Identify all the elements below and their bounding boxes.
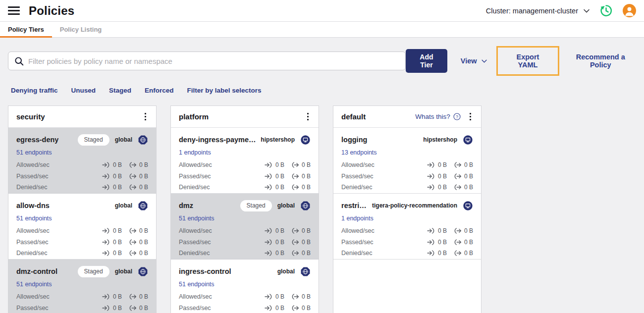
metric-inbound-value: 0 B xyxy=(102,173,122,180)
policy-card-header: deny-ingress-paymentservi...hipstershop xyxy=(179,133,311,147)
chevron-down-icon xyxy=(482,59,487,63)
metric-outbound-text: 0 B xyxy=(139,250,148,257)
outbound-traffic-icon xyxy=(128,250,137,256)
export-yaml-button[interactable]: Export YAML xyxy=(506,53,550,69)
endpoints-link[interactable]: 13 endpoints xyxy=(341,149,377,156)
kebab-menu-icon[interactable] xyxy=(143,112,148,121)
endpoints-link[interactable]: 51 endpoints xyxy=(16,281,52,288)
policy-card[interactable]: allow-dnsglobal51 endpointsAllowed/sec0 … xyxy=(8,194,156,260)
tier-name: platform xyxy=(179,112,209,121)
policy-card[interactable]: dmzStagedglobal51 endpointsAllowed/sec0 … xyxy=(171,194,319,260)
recommend-policy-button[interactable]: Recommend a Policy xyxy=(565,53,636,69)
outbound-traffic-icon xyxy=(291,305,299,311)
metric-row: Allowed/sec0 B0 B xyxy=(179,225,311,237)
metric-outbound-text: 0 B xyxy=(139,293,148,300)
policy-card[interactable]: ingress-controlglobal51 endpointsAllowed… xyxy=(171,260,319,313)
metric-inbound-text: 0 B xyxy=(275,293,284,300)
metric-row: Allowed/sec0 B0 B xyxy=(179,291,311,303)
metric-values: 0 B0 B xyxy=(265,161,311,168)
inbound-traffic-icon xyxy=(102,162,110,168)
policy-search[interactable] xyxy=(8,52,406,70)
metric-label: Allowed/sec xyxy=(341,227,375,234)
chevron-down-icon xyxy=(584,9,590,13)
policy-card[interactable]: deny-ingress-paymentservi...hipstershop1… xyxy=(171,128,319,194)
whats-this-label: Whats this? xyxy=(415,113,450,120)
endpoints-link[interactable]: 51 endpoints xyxy=(179,281,215,288)
metric-label: Allowed/sec xyxy=(179,161,212,168)
tier-column-platform: platformdeny-ingress-paymentservi...hips… xyxy=(170,105,319,313)
filter-link-unused[interactable]: Unused xyxy=(71,87,96,94)
metric-values: 0 B0 B xyxy=(427,250,473,257)
metric-inbound-text: 0 B xyxy=(275,305,284,312)
kebab-menu-icon[interactable] xyxy=(468,112,473,121)
metric-outbound-value: 0 B xyxy=(128,161,148,168)
policy-card[interactable]: dmz-controlStagedglobal51 endpointsAllow… xyxy=(8,260,156,313)
policy-scope-label: tigera-policy-recommendation xyxy=(372,202,457,209)
endpoints-link[interactable]: 51 endpoints xyxy=(179,215,215,222)
metric-values: 0 B0 B xyxy=(265,227,311,234)
metric-inbound-text: 0 B xyxy=(113,173,122,180)
history-icon[interactable] xyxy=(599,4,613,17)
policy-meta: hipstershop xyxy=(261,135,311,145)
metric-row: Passed/sec0 B0 B xyxy=(16,303,148,313)
endpoints-link[interactable]: 1 endpoints xyxy=(179,149,211,156)
whats-this-link[interactable]: Whats this?? xyxy=(415,113,461,120)
app-root: Policies Cluster: management-cluster xyxy=(0,0,644,313)
metric-values: 0 B0 B xyxy=(102,184,148,191)
add-tier-button[interactable]: Add Tier xyxy=(406,49,447,73)
metric-outbound-text: 0 B xyxy=(302,173,311,180)
endpoints-link[interactable]: 1 endpoints xyxy=(341,215,374,222)
metric-values: 0 B0 B xyxy=(102,239,148,246)
policy-card[interactable]: logginghipstershop13 endpointsAllowed/se… xyxy=(333,128,481,194)
metric-values: 0 B0 B xyxy=(427,161,473,168)
hamburger-menu-icon[interactable] xyxy=(8,6,20,15)
user-avatar-icon[interactable] xyxy=(623,4,636,17)
metric-outbound-value: 0 B xyxy=(453,184,473,191)
metric-outbound-text: 0 B xyxy=(302,227,311,234)
metric-row: Denied/sec0 B0 B xyxy=(341,182,473,193)
filter-link-staged[interactable]: Staged xyxy=(109,87,131,94)
metric-outbound-value: 0 B xyxy=(128,250,148,257)
metric-outbound-text: 0 B xyxy=(139,173,148,180)
metric-inbound-text: 0 B xyxy=(275,173,284,180)
metric-row: Allowed/sec0 B0 B xyxy=(16,159,148,171)
endpoints-link[interactable]: 51 endpoints xyxy=(16,149,52,156)
filter-link-filter-by-label-selectors[interactable]: Filter by label selectors xyxy=(187,87,262,94)
metric-inbound-value: 0 B xyxy=(265,184,284,191)
endpoints-link[interactable]: 51 endpoints xyxy=(16,215,52,222)
metric-inbound-value: 0 B xyxy=(265,250,284,257)
view-button[interactable]: View xyxy=(461,57,487,65)
metric-row: Denied/sec0 B0 B xyxy=(179,182,311,193)
policy-card-header: restrictedtigera-policy-recommendation xyxy=(341,199,473,212)
metric-label: Denied/sec xyxy=(179,184,210,191)
metric-values: 0 B0 B xyxy=(265,305,311,312)
metric-inbound-text: 0 B xyxy=(113,227,122,234)
policy-card-header: ingress-controlglobal xyxy=(179,264,311,278)
metric-label: Passed/sec xyxy=(16,173,49,180)
policy-card[interactable]: egress-denyStagedglobal51 endpointsAllow… xyxy=(8,128,156,194)
metric-outbound-value: 0 B xyxy=(128,239,148,246)
policy-card[interactable]: restrictedtigera-policy-recommendation1 … xyxy=(333,194,481,260)
metric-outbound-text: 0 B xyxy=(139,161,148,168)
metric-inbound-value: 0 B xyxy=(265,239,284,246)
metric-outbound-value: 0 B xyxy=(453,173,473,180)
filter-link-denying-traffic[interactable]: Denying traffic xyxy=(11,87,58,94)
metric-inbound-text: 0 B xyxy=(275,227,284,234)
metric-row: Allowed/sec0 B0 B xyxy=(16,225,148,237)
outbound-traffic-icon xyxy=(128,305,137,311)
policy-card-header: logginghipstershop xyxy=(341,133,473,147)
tier-name: default xyxy=(341,112,366,121)
outbound-traffic-icon xyxy=(128,228,137,234)
cluster-selector[interactable]: Cluster: management-cluster xyxy=(486,7,590,15)
metric-inbound-value: 0 B xyxy=(427,239,447,246)
tab-policy-listing[interactable]: Policy Listing xyxy=(52,22,110,37)
filter-link-enforced[interactable]: Enforced xyxy=(145,87,174,94)
kebab-menu-icon[interactable] xyxy=(305,112,311,121)
metric-inbound-text: 0 B xyxy=(438,173,447,180)
metric-outbound-value: 0 B xyxy=(453,227,473,234)
inbound-traffic-icon xyxy=(102,294,110,300)
search-input[interactable] xyxy=(28,57,399,65)
tab-policy-tiers[interactable]: Policy Tiers xyxy=(0,22,52,37)
tier-column-default: defaultWhats this??logginghipstershop13 … xyxy=(333,105,482,313)
global-policy-icon xyxy=(300,201,311,211)
